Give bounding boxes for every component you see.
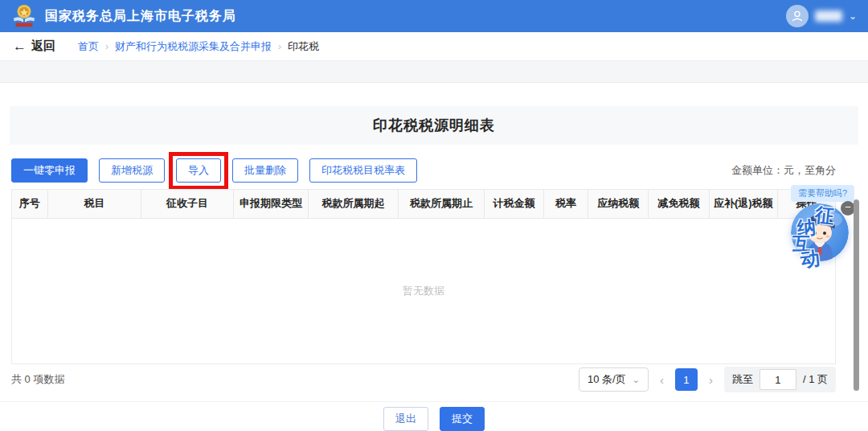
col-tax-refund: 应补(退)税额 <box>709 190 777 218</box>
page-scrollbar[interactable] <box>854 199 859 391</box>
page-title: 印花税税源明细表 <box>373 116 495 135</box>
empty-text: 暂无数据 <box>403 284 444 298</box>
page-jump-input[interactable] <box>760 369 796 390</box>
help-tooltip: 需要帮助吗? <box>791 185 854 202</box>
tax-source-table: 序号 税目 征收子目 申报期限类型 税款所属期起 税款所属期止 计税金额 税率 … <box>11 189 836 364</box>
total-pages-label: / 1 页 <box>803 372 828 387</box>
col-seq: 序号 <box>12 190 47 218</box>
col-period-start: 税款所属期起 <box>309 190 399 218</box>
jump-label: 跳至 <box>732 372 753 387</box>
amount-unit-note: 金额单位：元，至角分 <box>731 163 836 178</box>
col-tax-payable: 应纳税额 <box>588 190 649 218</box>
table-header-row: 序号 税目 征收子目 申报期限类型 税款所属期起 税款所属期止 计税金额 税率 … <box>12 190 835 218</box>
col-period-end: 税款所属期止 <box>398 190 485 218</box>
breadcrumb-separator-icon: › <box>278 41 281 52</box>
bottom-action-bar: 退出 提交 <box>0 401 868 431</box>
col-filing-period-type: 申报期限类型 <box>233 190 308 218</box>
site-title: 国家税务总局上海市电子税务局 <box>45 8 236 25</box>
page-size-value: 10 条/页 <box>588 372 626 387</box>
breadcrumb-separator-icon: › <box>105 41 108 52</box>
prev-page-button[interactable]: ‹ <box>658 373 665 387</box>
col-sub-item: 征收子目 <box>141 190 234 218</box>
col-tax-rate: 税率 <box>543 190 588 218</box>
page-gap <box>0 61 868 83</box>
back-arrow-icon: ← <box>13 39 27 55</box>
col-tax-item: 税目 <box>47 190 141 218</box>
table-empty-state: 暂无数据 <box>12 219 835 363</box>
stamp-duty-rate-table-button[interactable]: 印花税税目税率表 <box>309 158 417 183</box>
submit-button[interactable]: 提交 <box>440 407 485 431</box>
tax-bureau-logo-icon <box>11 3 37 29</box>
title-banner: 印花税税源明细表 <box>10 106 858 145</box>
person-icon <box>791 10 804 23</box>
next-page-button[interactable]: › <box>707 373 714 387</box>
breadcrumb: 首页 › 财产和行为税税源采集及合并申报 › 印花税 <box>78 39 319 54</box>
page-number-1[interactable]: 1 <box>675 368 698 391</box>
import-button[interactable]: 导入 <box>176 158 221 183</box>
toolbar: 一键零申报 新增税源 导入 批量删除 印花税税目税率表 金额单位：元，至角分 <box>11 158 836 183</box>
col-taxable-amount: 计税金额 <box>485 190 544 218</box>
main-content: 印花税税源明细表 一键零申报 新增税源 导入 批量删除 印花税税目税率表 金额单… <box>0 83 868 431</box>
add-tax-source-button[interactable]: 新增税源 <box>99 158 165 183</box>
user-avatar[interactable] <box>786 5 809 27</box>
mascot-officer-icon <box>791 203 849 261</box>
table-footer: 共 0 项数据 10 条/页 ⌄ ‹ 1 › 跳至 / 1 页 <box>11 363 836 396</box>
batch-delete-button[interactable]: 批量删除 <box>232 158 298 183</box>
back-button[interactable]: ← 返回 <box>13 39 55 55</box>
username-blurred <box>815 10 842 22</box>
breadcrumb-current: 印花税 <box>288 39 319 54</box>
import-button-highlight-wrap: 导入 <box>176 158 221 183</box>
total-count-text: 共 0 项数据 <box>11 372 64 387</box>
top-header-bar: 国家税务总局上海市电子税务局 ⌄ <box>0 0 868 32</box>
breadcrumb-bar: ← 返回 首页 › 财产和行为税税源采集及合并申报 › 印花税 <box>0 32 868 61</box>
breadcrumb-collection[interactable]: 财产和行为税税源采集及合并申报 <box>115 39 272 54</box>
one-click-zero-filing-button[interactable]: 一键零申报 <box>11 158 88 183</box>
page-jump-group: 跳至 / 1 页 <box>724 367 836 392</box>
page-size-select[interactable]: 10 条/页 ⌄ <box>579 367 649 392</box>
exit-button[interactable]: 退出 <box>383 407 428 431</box>
tax-assistant-mascot[interactable] <box>791 203 849 261</box>
pagination: 10 条/页 ⌄ ‹ 1 › 跳至 / 1 页 <box>579 367 836 392</box>
back-label: 返回 <box>31 39 55 54</box>
col-tax-reduction: 减免税额 <box>649 190 710 218</box>
user-menu-chevron-icon[interactable]: ⌄ <box>849 10 857 22</box>
chevron-down-icon: ⌄ <box>633 375 640 385</box>
breadcrumb-home[interactable]: 首页 <box>78 39 99 54</box>
